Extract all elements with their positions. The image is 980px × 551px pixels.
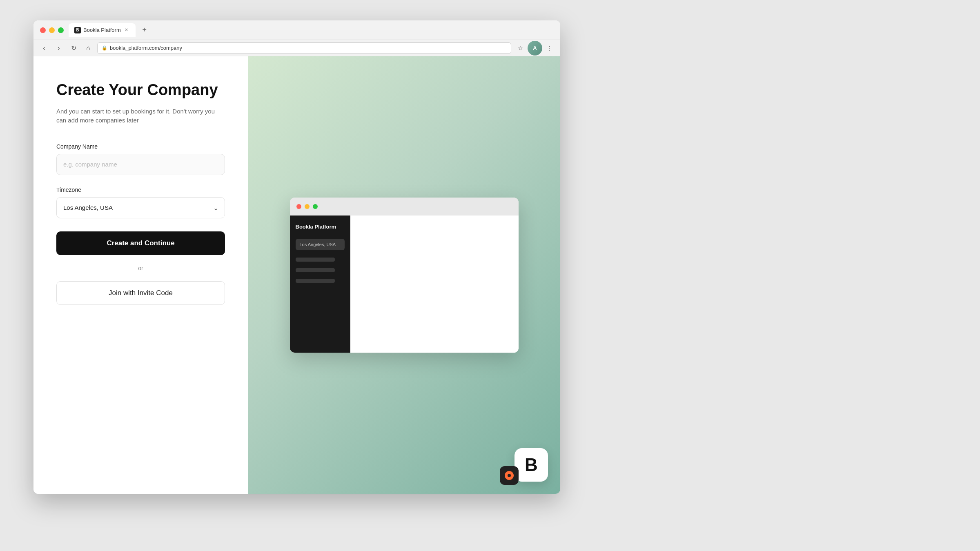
- illustration-panel: Bookla Platform Los Angeles, USA B: [248, 56, 560, 494]
- page-subtitle: And you can start to set up bookings for…: [56, 107, 225, 125]
- divider-line-right: [150, 268, 225, 268]
- new-tab-button[interactable]: +: [139, 24, 150, 36]
- mini-menu-item-1: [296, 258, 335, 262]
- tab-bar: B Bookla Platform ✕ +: [69, 23, 554, 37]
- back-button[interactable]: ‹: [38, 42, 50, 54]
- maximize-button-green[interactable]: [58, 27, 64, 33]
- create-continue-button[interactable]: Create and Continue: [56, 231, 225, 255]
- browser-tab-active[interactable]: B Bookla Platform ✕: [69, 23, 136, 37]
- bookmark-button[interactable]: ☆: [514, 42, 526, 54]
- mini-menu-item-3: [296, 279, 335, 283]
- traffic-lights: [40, 27, 64, 33]
- minimize-button-yellow[interactable]: [49, 27, 55, 33]
- browser-content: Create Your Company And you can start to…: [33, 56, 560, 494]
- timezone-select[interactable]: Los Angeles, USA: [56, 197, 225, 218]
- home-button[interactable]: ⌂: [82, 42, 94, 54]
- company-name-input[interactable]: [56, 154, 225, 175]
- join-invite-button[interactable]: Join with Invite Code: [56, 281, 225, 305]
- url-text: bookla_platform.com/company: [110, 45, 182, 51]
- mini-browser-content: Bookla Platform Los Angeles, USA: [290, 216, 519, 353]
- browser-titlebar: B Bookla Platform ✕ +: [33, 20, 560, 40]
- timezone-wrapper: Los Angeles, USA ⌄: [56, 197, 225, 218]
- browser-toolbar: ‹ › ↻ ⌂ 🔒 bookla_platform.com/company ☆ …: [33, 40, 560, 56]
- mini-main-content: [350, 216, 519, 353]
- app-icon-group: B: [514, 448, 548, 482]
- mini-minimize-button: [305, 204, 310, 209]
- close-button-red[interactable]: [40, 27, 46, 33]
- mini-browser-bar: [290, 198, 519, 216]
- bookmark-dot: [508, 474, 511, 477]
- divider-text: or: [138, 265, 143, 271]
- mini-close-button: [296, 204, 301, 209]
- divider-row: or: [56, 265, 225, 271]
- tab-close-button[interactable]: ✕: [123, 27, 130, 33]
- reload-button[interactable]: ↻: [68, 42, 79, 54]
- mini-dropdown: Los Angeles, USA: [296, 239, 345, 250]
- address-bar[interactable]: 🔒 bookla_platform.com/company: [97, 42, 511, 54]
- tab-label: Bookla Platform: [83, 27, 121, 33]
- profile-avatar[interactable]: A: [528, 41, 542, 56]
- divider-line-left: [56, 268, 131, 268]
- app-icon-small: [500, 466, 519, 485]
- mini-maximize-button: [313, 204, 318, 209]
- app-icon-b: B: [514, 448, 548, 482]
- mini-sidebar: Bookla Platform Los Angeles, USA: [290, 216, 350, 353]
- page-title: Create Your Company: [56, 81, 225, 100]
- lock-icon: 🔒: [102, 45, 107, 51]
- form-panel: Create Your Company And you can start to…: [33, 56, 248, 494]
- mini-app-title: Bookla Platform: [296, 224, 345, 230]
- menu-button[interactable]: ⋮: [544, 42, 555, 54]
- bookmark-circle-icon: [505, 471, 514, 480]
- mini-browser-mockup: Bookla Platform Los Angeles, USA: [290, 198, 519, 353]
- forward-button[interactable]: ›: [53, 42, 65, 54]
- timezone-label: Timezone: [56, 187, 225, 193]
- tab-favicon: B: [74, 27, 81, 33]
- browser-window: B Bookla Platform ✕ + ‹ › ↻ ⌂ 🔒 bookla_p…: [33, 20, 560, 494]
- mini-menu-item-2: [296, 268, 335, 272]
- company-name-label: Company Name: [56, 143, 225, 150]
- toolbar-actions: ☆ A ⋮: [514, 41, 555, 56]
